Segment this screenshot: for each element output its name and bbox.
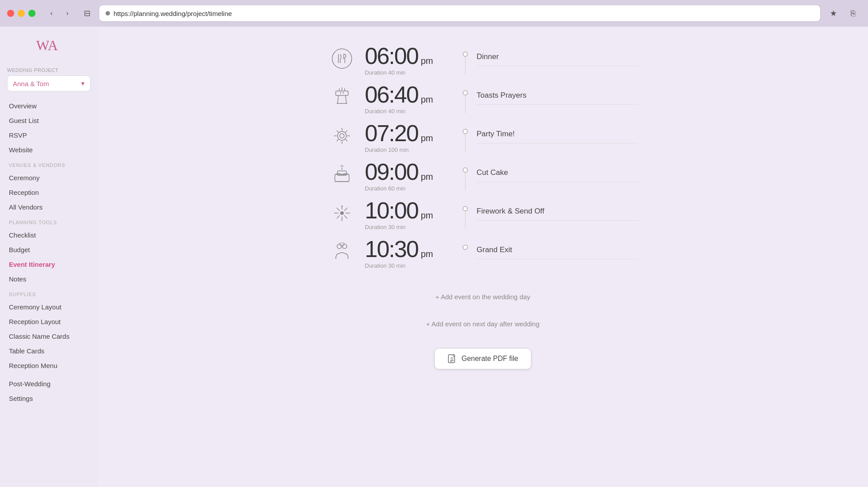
sidebar-toggle-button[interactable]: ⊟ [80, 6, 94, 20]
sidebar-item-notes[interactable]: Notes [0, 272, 98, 286]
svg-line-8 [346, 95, 346, 103]
svg-point-41 [342, 244, 347, 249]
nav-group-supplies: Ceremony Layout Reception Layout Classic… [0, 300, 98, 373]
toasts-label: Toasts Prayers [477, 83, 638, 105]
exit-duration: Duration 30 min [365, 262, 454, 269]
sidebar-logo: WA [0, 36, 98, 53]
svg-line-22 [346, 131, 347, 132]
minimize-button[interactable] [18, 10, 25, 17]
firework-icon [328, 199, 356, 227]
cake-time-ampm: pm [421, 172, 433, 182]
sidebar: WA WEDDING PROJECT Anna & Tom ▾ Overview… [0, 27, 98, 487]
svg-point-24 [340, 134, 344, 138]
close-button[interactable] [7, 10, 14, 17]
cake-time-block: 09:00 pm Duration 60 min [365, 160, 454, 192]
pdf-icon [447, 354, 457, 364]
cake-label: Cut Cake [477, 160, 638, 182]
sidebar-item-guest-list[interactable]: Guest List [0, 113, 98, 128]
traffic-lights [7, 10, 35, 17]
party-duration: Duration 100 min [365, 146, 454, 153]
toasts-time-hour: 06:40 [365, 83, 418, 106]
dinner-event-name: Dinner [477, 52, 638, 66]
logo-svg: WA [35, 36, 62, 53]
wedding-project-label: WEDDING PROJECT [0, 67, 66, 73]
toasts-time-block: 06:40 pm Duration 40 min [365, 83, 454, 115]
venues-vendors-label: VENUES & VENDORS [0, 157, 98, 170]
svg-line-37 [337, 215, 340, 218]
sidebar-item-table-cards[interactable]: Table Cards [0, 344, 98, 358]
timeline-item-cake: 09:00 pm Duration 60 min Cut Cake [328, 160, 638, 192]
toasts-event-name: Toasts Prayers [477, 91, 638, 105]
toolbar-right: ★ ⎘ [825, 5, 861, 21]
toasts-duration: Duration 40 min [365, 108, 454, 115]
svg-point-40 [337, 244, 342, 249]
exit-time-hour: 10:30 [365, 238, 418, 261]
exit-label: Grand Exit [477, 238, 638, 259]
svg-line-34 [337, 208, 340, 211]
add-wedding-day-button[interactable]: + Add event on the wedding day [428, 289, 538, 304]
exit-event-name: Grand Exit [477, 245, 638, 259]
timeline-item-party: 07:20 pm Duration 100 min Party Time! [328, 122, 638, 153]
forward-button[interactable]: › [60, 6, 75, 20]
connector-dot [463, 129, 468, 134]
svg-point-29 [340, 211, 344, 215]
dinner-label: Dinner [477, 44, 638, 66]
connector-dot [463, 206, 468, 211]
firework-duration: Duration 30 min [365, 224, 454, 230]
maximize-button[interactable] [28, 10, 35, 17]
sidebar-item-overview[interactable]: Overview [0, 99, 98, 113]
sidebar-item-budget[interactable]: Budget [0, 242, 98, 257]
connector-dot [463, 51, 468, 57]
connector-dot [463, 167, 468, 173]
timeline-item-firework: 10:00 pm Duration 30 min Firework & Send… [328, 199, 638, 230]
project-select[interactable]: Anna & Tom ▾ [7, 75, 90, 91]
sidebar-item-post-wedding[interactable]: Post-Wedding [0, 376, 98, 391]
sidebar-item-website[interactable]: Website [0, 143, 98, 157]
sidebar-item-classic-name-cards[interactable]: Classic Name Cards [0, 329, 98, 344]
svg-line-21 [346, 139, 347, 141]
sidebar-item-reception-layout[interactable]: Reception Layout [0, 314, 98, 329]
nav-group-venues: Ceremony Reception All Vendors [0, 170, 98, 214]
firework-time-ampm: pm [421, 210, 433, 221]
connector-line [465, 134, 466, 152]
sidebar-item-ceremony[interactable]: Ceremony [0, 170, 98, 185]
actions-area: + Add event on the wedding day + Add eve… [419, 285, 547, 369]
sidebar-item-checklist[interactable]: Checklist [0, 228, 98, 242]
sidebar-item-reception[interactable]: Reception [0, 185, 98, 200]
dinner-duration: Duration 40 min [365, 69, 454, 76]
party-icon [328, 122, 356, 150]
dinner-time-ampm: pm [421, 56, 433, 66]
nav-group-main: Overview Guest List RSVP Website [0, 99, 98, 157]
project-name: Anna & Tom [13, 80, 49, 87]
nav-group-other: Post-Wedding Settings [0, 376, 98, 406]
party-event-name: Party Time! [477, 130, 638, 143]
cake-time-hour: 09:00 [365, 160, 418, 183]
sidebar-item-event-itinerary[interactable]: Event Itinerary [0, 257, 98, 272]
connector-dot [463, 90, 468, 95]
generate-pdf-button[interactable]: Generate PDF file [434, 348, 531, 369]
address-bar[interactable]: https://planning.wedding/project/timelin… [99, 5, 820, 21]
app-body: WA WEDDING PROJECT Anna & Tom ▾ Overview… [0, 27, 868, 487]
back-button[interactable]: ‹ [44, 6, 59, 20]
svg-line-7 [338, 95, 338, 103]
connector-line [465, 211, 466, 229]
timeline-item-exit: 10:30 pm Duration 30 min Grand Exit [328, 238, 638, 269]
generate-pdf-label: Generate PDF file [461, 355, 518, 363]
sidebar-item-reception-menu[interactable]: Reception Menu [0, 358, 98, 373]
connector-dot [463, 245, 468, 250]
add-next-day-button[interactable]: + Add event on next day after wedding [419, 317, 547, 331]
share-button[interactable]: ⎘ [845, 5, 861, 21]
svg-point-1 [332, 49, 352, 68]
exit-icon [328, 238, 356, 266]
nav-group-planning: Checklist Budget Event Itinerary Notes [0, 228, 98, 286]
titlebar: ‹ › ⊟ https://planning.wedding/project/t… [0, 0, 868, 27]
sidebar-item-ceremony-layout[interactable]: Ceremony Layout [0, 300, 98, 314]
sidebar-item-settings[interactable]: Settings [0, 391, 98, 406]
sidebar-item-rsvp[interactable]: RSVP [0, 128, 98, 143]
security-icon [106, 11, 110, 16]
url-text: https://planning.wedding/project/timelin… [114, 10, 232, 17]
cake-connector [463, 160, 468, 190]
exit-connector [463, 238, 468, 250]
bookmark-button[interactable]: ★ [825, 5, 841, 21]
sidebar-item-all-vendors[interactable]: All Vendors [0, 200, 98, 214]
